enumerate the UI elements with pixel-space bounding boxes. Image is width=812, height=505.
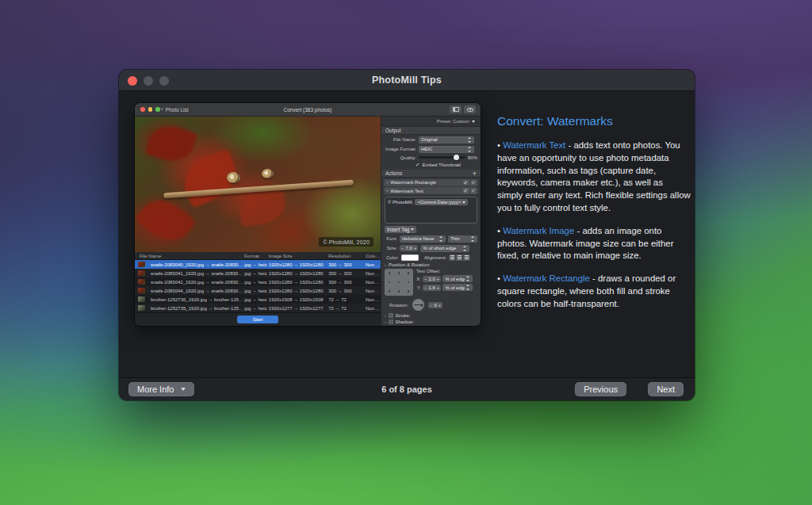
next-button[interactable]: Next	[648, 382, 684, 396]
x-offset-stepper[interactable]: − 2.0 +	[423, 276, 441, 282]
previous-button[interactable]: Previous	[575, 382, 626, 396]
disclosure-icon[interactable]: ›	[386, 181, 388, 185]
plus-icon[interactable]: +	[439, 303, 442, 308]
size-stepper[interactable]: − 7.0 +	[400, 245, 418, 251]
x-offset-value: 2.0	[429, 277, 435, 281]
quality-slider[interactable]	[419, 156, 465, 159]
col-file-name[interactable]: File Name	[135, 254, 244, 258]
file-name-select[interactable]: Original	[419, 136, 474, 143]
action-watermark-rectangle[interactable]: › Watermark Rectangle ✓	[384, 179, 478, 186]
grid-dot[interactable]	[408, 272, 410, 274]
size-unit-select[interactable]: % of short edge	[420, 245, 469, 252]
start-button[interactable]: Start	[237, 316, 278, 323]
window-titlebar[interactable]: PhotoMill Tips	[119, 70, 695, 91]
font-style-value: Thin	[450, 236, 469, 241]
minus-icon[interactable]: −	[401, 246, 404, 251]
align-center-segment[interactable]	[456, 254, 463, 261]
table-row[interactable]: snails-2083040_1920.jpg → snails-2083040…	[135, 260, 381, 269]
photo-preview: © PhotoMill, 2020	[135, 117, 381, 252]
grid-dot[interactable]	[408, 290, 410, 293]
stroke-checkbox[interactable]	[389, 313, 393, 318]
plus-icon[interactable]: +	[414, 246, 417, 251]
col-format[interactable]: Format	[244, 254, 269, 258]
disclosure-icon[interactable]: ›	[385, 262, 386, 267]
plus-icon[interactable]: +	[437, 285, 440, 290]
action-enabled-checkbox[interactable]: ✓	[471, 180, 477, 186]
slider-knob[interactable]	[454, 155, 459, 160]
preset-dropdown[interactable]: Preset: Custom	[381, 117, 481, 127]
edit-action-button[interactable]	[463, 180, 469, 186]
y-offset-stepper[interactable]: − 1.6 +	[423, 285, 441, 291]
minus-icon[interactable]: −	[430, 303, 433, 308]
position-grid[interactable]	[385, 269, 413, 296]
disclosure-icon[interactable]: ›	[386, 189, 388, 193]
table-row[interactable]: snails-2083044_1920.jpg → snails-2083044…	[135, 286, 381, 295]
preview-toggle-button	[464, 105, 476, 113]
table-row[interactable]: brother-1252735_1920.jpg → brother-12527…	[135, 304, 381, 312]
file-thumbnail	[138, 270, 145, 276]
plus-icon[interactable]: +	[437, 277, 440, 281]
minus-icon[interactable]: −	[424, 277, 427, 281]
back-chevron-icon: ‹	[161, 107, 163, 112]
grid-dot[interactable]	[389, 272, 391, 274]
app-traffic-lights	[140, 107, 160, 112]
y-label: Y:	[416, 285, 421, 290]
updown-arrows-icon	[466, 276, 470, 281]
color-label: Color:	[385, 255, 399, 260]
close-button[interactable]	[128, 76, 137, 86]
align-right-segment[interactable]	[463, 254, 470, 261]
table-row[interactable]: brother-1252736_1920.jpg → brother-12527…	[135, 295, 381, 304]
table-row[interactable]: snails-2083042_1920.jpg → snails-2083042…	[135, 277, 381, 286]
grid-dot[interactable]	[398, 290, 400, 293]
col-resolution[interactable]: Resolution	[328, 254, 366, 258]
font-family-select[interactable]: Helvetica Neue	[400, 235, 446, 243]
alignment-label: Alignment:	[424, 255, 446, 260]
minus-icon[interactable]: −	[424, 285, 427, 290]
edit-action-button[interactable]	[463, 188, 469, 193]
col-color-profile[interactable]: Color Profile	[366, 254, 381, 258]
align-left-segment[interactable]	[449, 254, 456, 261]
chevron-down-icon	[462, 201, 465, 204]
add-action-button[interactable]: +	[473, 170, 477, 177]
minimize-button[interactable]	[144, 76, 153, 86]
grid-dot[interactable]	[398, 272, 400, 274]
font-family-value: Helvetica Neue	[402, 236, 438, 241]
cell-image-size: 1920x1277 → 1920x1277	[269, 306, 328, 311]
grid-dot[interactable]	[408, 281, 410, 284]
updown-arrows-icon	[468, 137, 472, 143]
embed-thumbnail-checkbox[interactable]: ✓ Embed Thumbnail	[381, 161, 481, 170]
rotation-row: Rotation: − 0 +	[381, 296, 481, 312]
disclosure-icon[interactable]: ›	[385, 313, 386, 318]
watermark-text-input[interactable]: © PhotoMill, <Current Date:yyyy>	[385, 197, 477, 224]
actions-title: Actions	[385, 170, 402, 176]
col-image-size[interactable]: Image Size	[269, 254, 329, 258]
insert-tag-button[interactable]: Insert Tag	[385, 226, 416, 233]
rotation-dial[interactable]	[412, 299, 424, 311]
zoom-button[interactable]	[159, 76, 169, 86]
x-unit-select[interactable]: % of edge	[442, 275, 473, 282]
image-format-row: Image Format: HEIC	[381, 144, 481, 154]
cell-resolution: 72 → 72	[328, 297, 366, 302]
snail-shell	[262, 169, 274, 178]
action-enabled-checkbox[interactable]: ✓	[471, 188, 477, 193]
align-right-icon	[465, 255, 469, 259]
date-token[interactable]: <Current Date:yyyy>	[415, 199, 468, 205]
rotation-stepper[interactable]: − 0 +	[428, 302, 442, 308]
table-row[interactable]: snails-2083041_1920.jpg → snails-2083041…	[135, 269, 381, 277]
y-offset-value: 1.6	[429, 285, 435, 290]
grid-dot[interactable]	[389, 290, 391, 293]
shadow-checkbox[interactable]	[389, 319, 393, 324]
cell-file-name: brother-1252736_1920.jpg → brother-12527…	[148, 297, 244, 302]
font-style-select[interactable]: Thin	[448, 235, 477, 243]
updown-arrows-icon	[468, 147, 472, 152]
action-watermark-text[interactable]: › Watermark Text ✓	[384, 187, 478, 194]
grid-dot[interactable]	[389, 281, 391, 284]
color-swatch[interactable]	[401, 254, 419, 261]
disclosure-icon[interactable]: ›	[385, 319, 386, 324]
cell-format: jpg → heic	[244, 271, 269, 276]
cell-image-size: 1920x1280 → 1920x1280	[269, 289, 328, 293]
grid-dot[interactable]	[398, 281, 400, 284]
tip-paragraph: • Watermark Text - adds text onto photos…	[497, 140, 691, 215]
image-format-select[interactable]: HEIC	[419, 146, 474, 153]
y-unit-select[interactable]: % of edge	[442, 284, 473, 291]
